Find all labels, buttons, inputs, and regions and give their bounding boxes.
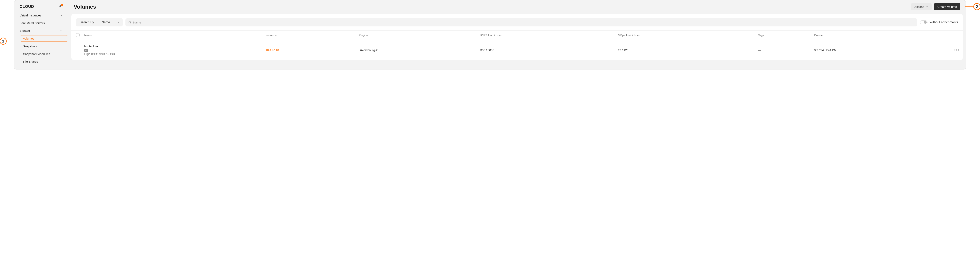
row-actions-button[interactable]: ••• xyxy=(953,48,960,52)
col-mbps: MBps limit / burst xyxy=(616,30,756,40)
actions-dropdown-label: Actions xyxy=(915,5,924,8)
sidebar-item-label: Storage xyxy=(20,29,30,32)
sidebar-item-label: Volumes xyxy=(23,37,34,40)
cell-region: Luxembourg-2 xyxy=(356,40,478,60)
cell-created: 3/27/24, 1:44 PM xyxy=(811,40,951,60)
sidebar-item-label: Snapshot Schedules xyxy=(23,52,50,55)
actions-dropdown[interactable]: Actions xyxy=(911,3,932,10)
select-all-checkbox[interactable] xyxy=(76,33,80,37)
svg-point-0 xyxy=(129,21,130,23)
sidebar-item-file-shares[interactable]: File Shares xyxy=(14,58,68,65)
cell-tags: — xyxy=(756,40,811,60)
search-input-wrap xyxy=(126,18,918,27)
instance-link[interactable]: 10-11-110 xyxy=(266,48,279,52)
cell-mbps: 12 / 120 xyxy=(616,40,756,60)
search-input[interactable] xyxy=(133,18,915,27)
app-window: CLOUD Virtual Instances Bare Metal Serve… xyxy=(14,0,966,70)
chevron-down-icon xyxy=(926,6,928,8)
notifications-button[interactable] xyxy=(58,5,62,9)
without-attachments-label: Without attachments xyxy=(929,21,958,24)
content-card: Search By Name xyxy=(72,14,963,60)
volume-name: bootvolume xyxy=(84,44,261,48)
search-by-value: Name xyxy=(102,21,110,24)
sidebar: CLOUD Virtual Instances Bare Metal Serve… xyxy=(14,0,68,69)
search-by-select[interactable]: Name xyxy=(98,18,123,27)
sidebar-item-snapshot-schedules[interactable]: Snapshot Schedules xyxy=(14,50,68,58)
sidebar-item-label: Bare Metal Servers xyxy=(20,21,45,25)
col-created: Created xyxy=(811,30,951,40)
create-volume-label: Create Volume xyxy=(937,5,957,8)
page-title: Volumes xyxy=(74,4,96,10)
table-row: bootvolume ID High IOPS SSD / 5 GiB 10-1… xyxy=(72,40,963,60)
annotation-1-number: 1 xyxy=(2,39,4,43)
col-name: Name xyxy=(82,30,263,40)
toggle-knob-icon xyxy=(924,21,927,24)
brand-title: CLOUD xyxy=(20,4,34,9)
annotation-1-bubble: 1 xyxy=(0,38,7,45)
chevron-down-icon xyxy=(60,30,62,32)
notification-dot-icon xyxy=(61,4,63,6)
volume-spec: High IOPS SSD / 5 GiB xyxy=(84,52,261,55)
search-by-group: Search By Name xyxy=(76,18,123,27)
col-region: Region xyxy=(356,30,478,40)
sidebar-item-label: Virtual Instances xyxy=(20,14,41,17)
col-instance: Instance xyxy=(263,30,356,40)
svg-line-1 xyxy=(130,23,131,24)
page-header: Volumes Actions Create Volume xyxy=(68,0,966,14)
create-volume-button[interactable]: Create Volume xyxy=(934,3,960,10)
sidebar-item-label: File Shares xyxy=(23,60,38,63)
annotation-2-bubble: 2 xyxy=(973,3,980,10)
annotation-2-number: 2 xyxy=(976,5,978,9)
cell-iops: 300 / 3000 xyxy=(478,40,616,60)
filter-bar: Search By Name xyxy=(72,14,963,30)
sidebar-item-snapshots[interactable]: Snapshots xyxy=(14,43,68,50)
sidebar-item-storage[interactable]: Storage xyxy=(14,27,68,35)
sidebar-item-label: Snapshots xyxy=(23,45,37,48)
more-icon: ••• xyxy=(954,48,959,52)
sidebar-item-bare-metal[interactable]: Bare Metal Servers xyxy=(14,19,68,27)
sidebar-item-volumes[interactable]: Volumes xyxy=(20,35,68,42)
col-iops: IOPS limit / burst xyxy=(478,30,616,40)
volumes-table: Name Instance Region IOPS limit / burst … xyxy=(72,30,963,60)
id-badge[interactable]: ID xyxy=(84,49,88,52)
chevron-right-icon xyxy=(60,14,62,17)
without-attachments-toggle[interactable] xyxy=(920,21,928,24)
col-tags: Tags xyxy=(756,30,811,40)
sidebar-item-virtual-instances[interactable]: Virtual Instances xyxy=(14,11,68,19)
search-icon xyxy=(128,21,131,24)
search-by-label: Search By xyxy=(76,18,98,27)
chevron-down-icon xyxy=(117,21,119,24)
main-panel: Volumes Actions Create Volume xyxy=(68,0,966,69)
